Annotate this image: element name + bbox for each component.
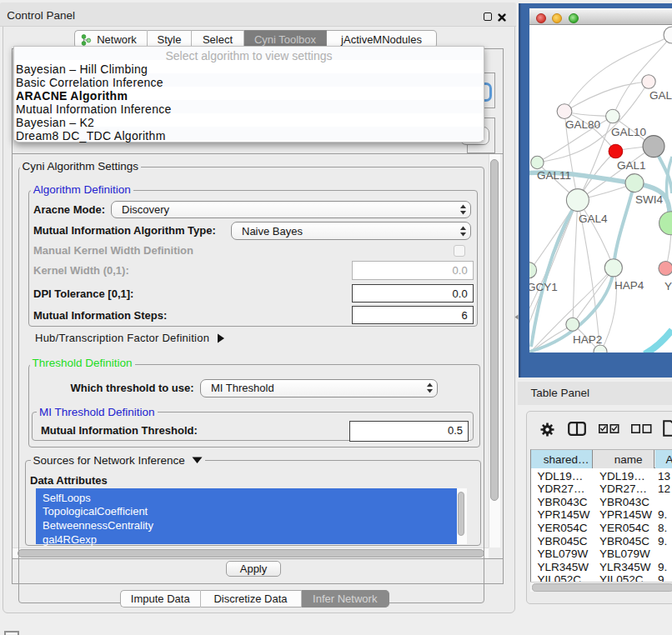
svg-text:GAL10: GAL10 (611, 126, 646, 138)
svg-text:HAP2: HAP2 (573, 333, 602, 346)
svg-text:GCY1: GCY1 (529, 281, 558, 293)
svg-text:GAL1: GAL1 (617, 159, 646, 172)
svg-text:HAP4: HAP4 (614, 279, 644, 292)
svg-text:GAL4: GAL4 (579, 212, 608, 225)
svg-text:Y: Y (664, 280, 672, 292)
svg-text:GAL80: GAL80 (565, 118, 600, 131)
svg-text:GAL: GAL (649, 89, 672, 102)
svg-text:SWI4: SWI4 (635, 193, 663, 206)
svg-text:GAL11: GAL11 (537, 169, 571, 182)
